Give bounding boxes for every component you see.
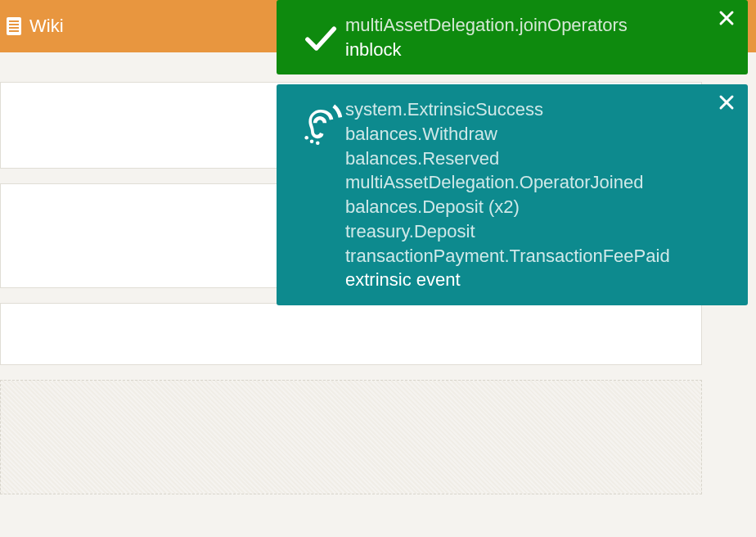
notification-events-footer: extrinsic event — [345, 268, 670, 292]
event-line: balances.Withdraw — [345, 122, 670, 147]
close-icon[interactable] — [717, 93, 736, 112]
notification-success: multiAssetDelegation.joinOperators inblo… — [277, 0, 748, 74]
wiki-nav-link[interactable]: Wiki — [29, 16, 64, 37]
svg-point-4 — [316, 142, 320, 146]
notifications-container: multiAssetDelegation.joinOperators inblo… — [277, 0, 748, 315]
notification-success-title: multiAssetDelegation.joinOperators — [345, 13, 628, 38]
svg-point-3 — [310, 140, 314, 144]
event-line: multiAssetDelegation.OperatorJoined — [345, 170, 670, 195]
svg-point-2 — [304, 136, 308, 140]
event-line: system.ExtrinsicSuccess — [345, 97, 670, 122]
ear-icon — [295, 97, 345, 148]
checkmark-icon — [295, 13, 345, 59]
event-line: treasury.Deposit — [345, 219, 670, 244]
notification-events: system.ExtrinsicSuccess balances.Withdra… — [277, 84, 748, 305]
event-line: transactionPayment.TransactionFeePaid — [345, 244, 670, 268]
event-line: balances.Reserved — [345, 147, 670, 171]
close-icon[interactable] — [717, 8, 736, 28]
notification-success-body: multiAssetDelegation.joinOperators inblo… — [345, 13, 628, 61]
notification-events-body: system.ExtrinsicSuccess balances.Withdra… — [345, 97, 670, 292]
wiki-icon — [7, 17, 21, 35]
form-panel-4 — [0, 380, 702, 494]
notification-success-status: inblock — [345, 38, 628, 62]
event-line: balances.Deposit (x2) — [345, 195, 670, 219]
